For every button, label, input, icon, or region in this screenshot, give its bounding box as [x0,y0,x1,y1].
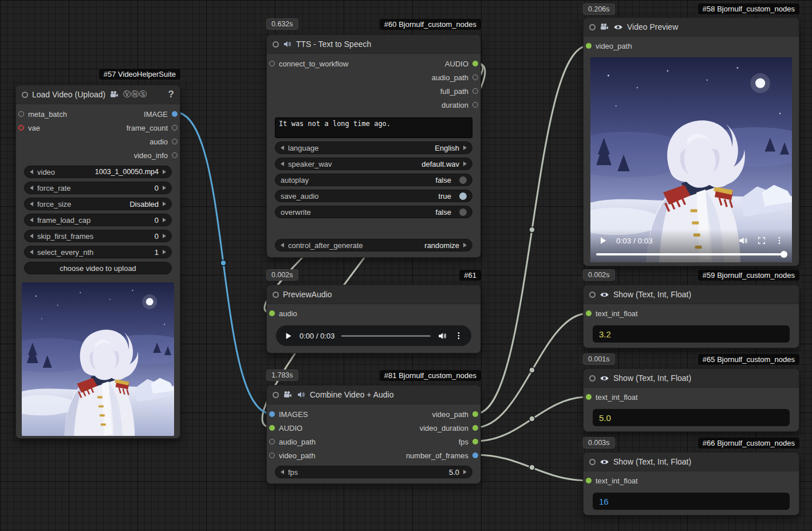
toggle-knob[interactable] [459,176,467,184]
node-header[interactable]: PreviewAudio [267,285,480,304]
node-header[interactable]: Show (Text, Int, Float) [584,285,799,304]
decrement-arrow-icon[interactable] [281,243,284,247]
increment-arrow-icon[interactable] [163,202,166,206]
collapse-dot[interactable] [589,292,596,298]
input-port-audio[interactable] [269,310,275,316]
help-button[interactable]: ? [168,89,174,100]
video-thumbnail[interactable] [22,282,174,436]
force-size-widget[interactable]: force_size Disabled [24,198,172,210]
input-port-video-path[interactable] [269,453,275,458]
input-port-text-int-float[interactable] [586,310,592,316]
fullscreen-icon[interactable] [757,236,766,245]
node-combine-video-audio[interactable]: Combine Video + Audio IMAGES video_path … [266,385,481,484]
output-port-audio-path[interactable] [472,74,478,80]
increment-arrow-icon[interactable] [163,218,166,222]
input-port-text-int-float[interactable] [586,394,592,400]
decrement-arrow-icon[interactable] [30,170,33,174]
output-port-video-path[interactable] [472,411,478,417]
node-preview-audio[interactable]: PreviewAudio audio 0:00 / 0:03 [266,285,481,353]
select-every-nth-widget[interactable]: select_every_nth 1 [24,246,172,258]
choose-video-upload-button[interactable]: choose video to upload [24,262,172,274]
output-port-number-of-frames[interactable] [472,453,478,458]
speaker-wav-combo-widget[interactable]: speaker_wav default.wav [275,158,472,170]
collapse-dot[interactable] [589,24,596,30]
node-header[interactable]: Video Preview [584,18,799,37]
output-port-video-info[interactable] [172,152,178,158]
increment-arrow-icon[interactable] [463,243,467,247]
video-progress-bar[interactable] [596,253,786,255]
video-player[interactable]: 0:03 / 0:03 [590,57,792,262]
decrement-arrow-icon[interactable] [30,202,33,206]
input-port-vae[interactable] [18,125,24,131]
volume-icon[interactable] [437,331,447,341]
collapse-dot[interactable] [22,92,28,98]
output-port-audio[interactable] [472,61,478,66]
collapse-dot[interactable] [589,459,596,465]
input-port-video-path[interactable] [586,43,592,49]
node-header[interactable]: TTS - Text to Speech [267,35,480,54]
node-header[interactable]: Load Video (Upload) ⓋⒽⓈ ? [16,85,180,104]
output-port-image[interactable] [172,111,178,117]
output-port-duration[interactable] [472,102,478,108]
audio-player[interactable]: 0:00 / 0:03 [276,325,471,346]
play-button[interactable] [598,236,608,245]
collapse-dot[interactable] [273,392,279,398]
audio-seek-slider[interactable] [341,335,431,337]
toggle-knob[interactable] [459,209,467,216]
progress-thumb[interactable] [781,251,787,258]
input-port-audio[interactable] [269,425,275,431]
increment-arrow-icon[interactable] [163,234,166,238]
increment-arrow-icon[interactable] [463,470,467,474]
collapse-dot[interactable] [589,375,596,381]
increment-arrow-icon[interactable] [463,162,467,166]
output-port-full-path[interactable] [472,88,478,94]
output-port-frame-count[interactable] [172,125,178,131]
increment-arrow-icon[interactable] [163,170,166,174]
save-audio-toggle-widget[interactable]: save_audio true [275,190,472,202]
decrement-arrow-icon[interactable] [281,145,284,150]
node-header[interactable]: Combine Video + Audio [267,386,480,404]
node-show-fps[interactable]: Show (Text, Int, Float) text_int_float 5… [583,368,799,432]
collapse-dot[interactable] [273,292,279,298]
tts-text-input[interactable]: It was not a long time ago. [275,117,472,138]
increment-arrow-icon[interactable] [463,145,467,150]
collapse-dot[interactable] [273,41,279,48]
output-port-fps[interactable] [472,439,478,445]
node-header[interactable]: Show (Text, Int, Float) [584,369,799,388]
input-port-text-int-float[interactable] [586,478,592,483]
decrement-arrow-icon[interactable] [30,186,33,190]
language-combo-widget[interactable]: language English [275,141,472,154]
skip-first-frames-widget[interactable]: skip_first_frames 0 [24,230,172,242]
input-port-meta-batch[interactable] [18,111,24,117]
input-port-images[interactable] [269,411,275,417]
node-show-duration[interactable]: Show (Text, Int, Float) text_int_float 3… [583,285,799,348]
decrement-arrow-icon[interactable] [281,470,284,474]
volume-icon[interactable] [738,235,748,246]
decrement-arrow-icon[interactable] [30,218,33,222]
force-rate-widget[interactable]: force_rate 0 [24,182,172,194]
toggle-knob[interactable] [459,192,467,200]
node-load-video[interactable]: Load Video (Upload) ⓋⒽⓈ ? meta_batch IMA… [15,85,180,439]
increment-arrow-icon[interactable] [163,250,166,254]
decrement-arrow-icon[interactable] [30,234,33,238]
autoplay-toggle-widget[interactable]: autoplay false [275,174,472,186]
fps-widget[interactable]: fps 5.0 [275,466,472,478]
decrement-arrow-icon[interactable] [30,250,33,254]
increment-arrow-icon[interactable] [163,186,166,190]
frame-load-cap-widget[interactable]: frame_load_cap 0 [24,214,172,226]
node-video-preview[interactable]: Video Preview video_path 0:03 / 0:03 [583,17,799,266]
control-after-generate-widget[interactable]: control_after_generate randomize [275,239,472,251]
output-port-video-duration[interactable] [472,425,478,431]
node-show-frames[interactable]: Show (Text, Int, Float) text_int_float 1… [583,452,799,516]
overwrite-toggle-widget[interactable]: overwrite false [275,206,472,218]
decrement-arrow-icon[interactable] [281,162,284,166]
input-port-connect-to-workflow[interactable] [269,61,275,66]
node-header[interactable]: Show (Text, Int, Float) [584,453,799,471]
node-tts[interactable]: TTS - Text to Speech connect_to_workflow… [266,34,481,258]
node-graph-canvas[interactable]: #57 VideoHelperSuite 0.632s #60 Bjornulf… [0,0,812,531]
video-combo-widget[interactable]: video 1003_1_00050.mp4 [24,166,172,178]
kebab-menu-icon[interactable] [454,331,463,340]
kebab-menu-icon[interactable] [775,236,784,245]
play-button[interactable] [284,332,293,340]
input-port-audio-path[interactable] [269,439,275,445]
